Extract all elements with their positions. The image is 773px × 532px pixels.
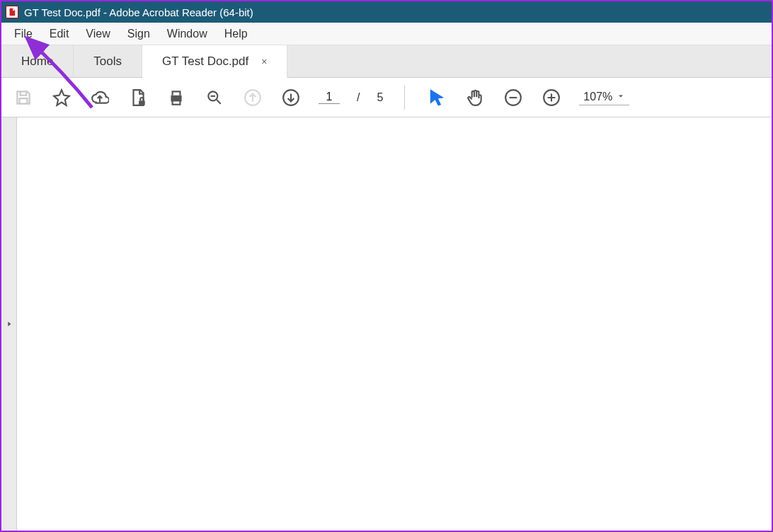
window-title: GT Test Doc.pdf - Adobe Acrobat Reader (…: [24, 6, 253, 18]
page-up-icon[interactable]: [242, 87, 263, 108]
tab-home-label: Home: [21, 54, 53, 69]
toolbar-separator: [404, 86, 405, 110]
tab-home[interactable]: Home: [1, 45, 74, 77]
save-icon[interactable]: [13, 87, 34, 108]
print-icon[interactable]: [166, 87, 187, 108]
menu-edit[interactable]: Edit: [41, 25, 78, 43]
page-number-input[interactable]: [319, 91, 340, 104]
svg-rect-2: [173, 100, 181, 105]
zoom-in-icon[interactable]: [541, 87, 562, 108]
tab-document[interactable]: GT Test Doc.pdf ×: [142, 45, 287, 78]
zoom-level-text: 107%: [583, 91, 612, 103]
zoom-out-icon[interactable]: [503, 87, 524, 108]
find-icon[interactable]: [204, 87, 225, 108]
cloud-upload-icon[interactable]: [89, 87, 110, 108]
page-lock-icon[interactable]: [127, 87, 149, 108]
content-area: [1, 117, 772, 531]
page-separator: /: [357, 91, 360, 104]
tab-close-button[interactable]: ×: [261, 56, 267, 67]
page-down-icon[interactable]: [280, 87, 302, 108]
zoom-level-dropdown[interactable]: 107%: [579, 89, 629, 105]
toolbar: / 5 107%: [1, 78, 772, 117]
tab-tools-label: Tools: [93, 54, 122, 69]
menu-help[interactable]: Help: [216, 25, 256, 43]
svg-rect-0: [139, 100, 145, 105]
document-view[interactable]: [17, 117, 772, 531]
hand-tool-icon[interactable]: [464, 87, 486, 108]
menu-window[interactable]: Window: [159, 25, 216, 43]
tab-document-label: GT Test Doc.pdf: [162, 54, 248, 69]
sidebar-expand-button[interactable]: [1, 117, 17, 531]
menu-file[interactable]: File: [6, 25, 41, 43]
star-icon[interactable]: [51, 87, 72, 108]
chevron-down-icon: [617, 91, 625, 103]
tab-bar: Home Tools GT Test Doc.pdf ×: [1, 45, 772, 78]
selection-tool-icon[interactable]: [426, 87, 447, 108]
app-icon: [6, 6, 18, 18]
titlebar: GT Test Doc.pdf - Adobe Acrobat Reader (…: [1, 1, 772, 23]
menu-sign[interactable]: Sign: [119, 25, 159, 43]
page-total: 5: [377, 91, 383, 104]
tab-tools[interactable]: Tools: [74, 45, 142, 77]
menubar: File Edit View Sign Window Help: [1, 23, 772, 45]
menu-view[interactable]: View: [77, 25, 118, 43]
